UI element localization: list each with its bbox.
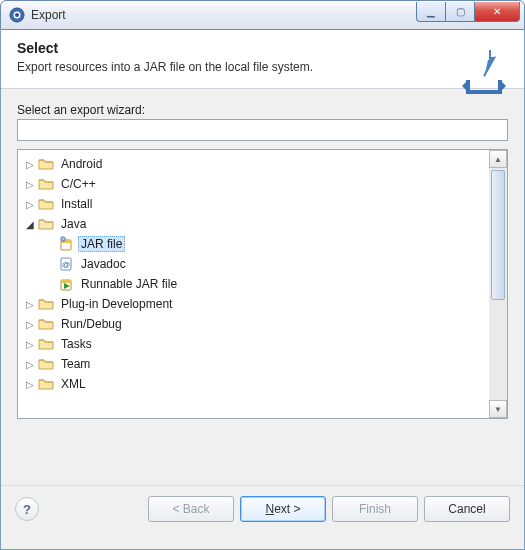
folder bbox=[38, 316, 54, 332]
scroll-down-button[interactable]: ▼ bbox=[489, 400, 507, 418]
dialog-frame: Select Export resources into a JAR file … bbox=[0, 30, 525, 550]
tree-folder[interactable]: ▷C/C++ bbox=[18, 174, 489, 194]
tree-item-label: Plug-in Development bbox=[58, 296, 175, 312]
wizard-banner: Select Export resources into a JAR file … bbox=[1, 30, 524, 89]
export-icon bbox=[460, 50, 508, 98]
jar-icon bbox=[58, 236, 74, 252]
next-button[interactable]: Next > bbox=[240, 496, 326, 522]
tree-item-label: Run/Debug bbox=[58, 316, 125, 332]
tree-container: ▷Android▷C/C++▷Install◢Java▷JAR file▷@Ja… bbox=[17, 149, 508, 419]
tree-folder[interactable]: ▷Plug-in Development bbox=[18, 294, 489, 314]
folder bbox=[38, 356, 54, 372]
expand-arrow-icon[interactable]: ▷ bbox=[24, 319, 36, 330]
tree-item-label: Android bbox=[58, 156, 105, 172]
tree-folder[interactable]: ▷Install bbox=[18, 194, 489, 214]
tree-item-label: JAR file bbox=[78, 236, 125, 252]
tree-scrollbar[interactable]: ▲ ▼ bbox=[489, 150, 507, 418]
svg-point-2 bbox=[15, 13, 19, 17]
tree-item-label: Java bbox=[58, 216, 89, 232]
tree-item-label: Tasks bbox=[58, 336, 95, 352]
export-tree[interactable]: ▷Android▷C/C++▷Install◢Java▷JAR file▷@Ja… bbox=[18, 150, 489, 418]
runnable-jar-icon bbox=[58, 276, 74, 292]
folder-open bbox=[38, 216, 54, 232]
expand-arrow-icon[interactable]: ▷ bbox=[24, 359, 36, 370]
expand-arrow-icon[interactable]: ▷ bbox=[24, 339, 36, 350]
scroll-thumb[interactable] bbox=[491, 170, 505, 300]
collapse-arrow-icon[interactable]: ◢ bbox=[24, 219, 36, 230]
folder bbox=[38, 196, 54, 212]
svg-point-6 bbox=[61, 237, 65, 241]
expand-arrow-icon[interactable]: ▷ bbox=[24, 159, 36, 170]
wizard-button-bar: ? < Back Next > Finish Cancel bbox=[1, 485, 524, 534]
minimize-button[interactable]: ▁ bbox=[416, 2, 446, 22]
cancel-button[interactable]: Cancel bbox=[424, 496, 510, 522]
scroll-track[interactable] bbox=[489, 168, 507, 400]
tree-item-label: Team bbox=[58, 356, 93, 372]
window-titlebar: Export ▁ ▢ ✕ bbox=[0, 0, 525, 30]
folder bbox=[38, 296, 54, 312]
tree-folder[interactable]: ▷Android bbox=[18, 154, 489, 174]
folder bbox=[38, 376, 54, 392]
scroll-up-button[interactable]: ▲ bbox=[489, 150, 507, 168]
filter-label: Select an export wizard: bbox=[17, 103, 508, 117]
window-title: Export bbox=[31, 8, 417, 22]
tree-folder[interactable]: ▷Tasks bbox=[18, 334, 489, 354]
close-button[interactable]: ✕ bbox=[474, 2, 520, 22]
wizard-content: Select an export wizard: ▷Android▷C/C++▷… bbox=[1, 89, 524, 425]
tree-folder[interactable]: ▷Run/Debug bbox=[18, 314, 489, 334]
javadoc-icon: @ bbox=[58, 256, 74, 272]
tree-item-label: XML bbox=[58, 376, 89, 392]
page-title: Select bbox=[17, 40, 508, 56]
tree-item-label: Runnable JAR file bbox=[78, 276, 180, 292]
tree-folder[interactable]: ▷XML bbox=[18, 374, 489, 394]
tree-item[interactable]: ▷@Javadoc bbox=[18, 254, 489, 274]
expand-arrow-icon[interactable]: ▷ bbox=[24, 379, 36, 390]
folder bbox=[38, 336, 54, 352]
expand-arrow-icon[interactable]: ▷ bbox=[24, 179, 36, 190]
tree-folder[interactable]: ◢Java bbox=[18, 214, 489, 234]
svg-text:@: @ bbox=[62, 260, 70, 269]
finish-button[interactable]: Finish bbox=[332, 496, 418, 522]
tree-folder[interactable]: ▷Team bbox=[18, 354, 489, 374]
filter-input[interactable] bbox=[17, 119, 508, 141]
tree-item[interactable]: ▷JAR file bbox=[18, 234, 489, 254]
back-button[interactable]: < Back bbox=[148, 496, 234, 522]
tree-item-label: Install bbox=[58, 196, 95, 212]
expand-arrow-icon[interactable]: ▷ bbox=[24, 199, 36, 210]
help-button[interactable]: ? bbox=[15, 497, 39, 521]
expand-arrow-icon[interactable]: ▷ bbox=[24, 299, 36, 310]
folder bbox=[38, 176, 54, 192]
tree-item-label: C/C++ bbox=[58, 176, 99, 192]
window-controls: ▁ ▢ ✕ bbox=[417, 2, 520, 22]
svg-rect-10 bbox=[61, 280, 71, 283]
tree-item-label: Javadoc bbox=[78, 256, 129, 272]
tree-item[interactable]: ▷Runnable JAR file bbox=[18, 274, 489, 294]
folder bbox=[38, 156, 54, 172]
maximize-button[interactable]: ▢ bbox=[445, 2, 475, 22]
page-subtitle: Export resources into a JAR file on the … bbox=[17, 60, 508, 74]
app-icon bbox=[9, 7, 25, 23]
